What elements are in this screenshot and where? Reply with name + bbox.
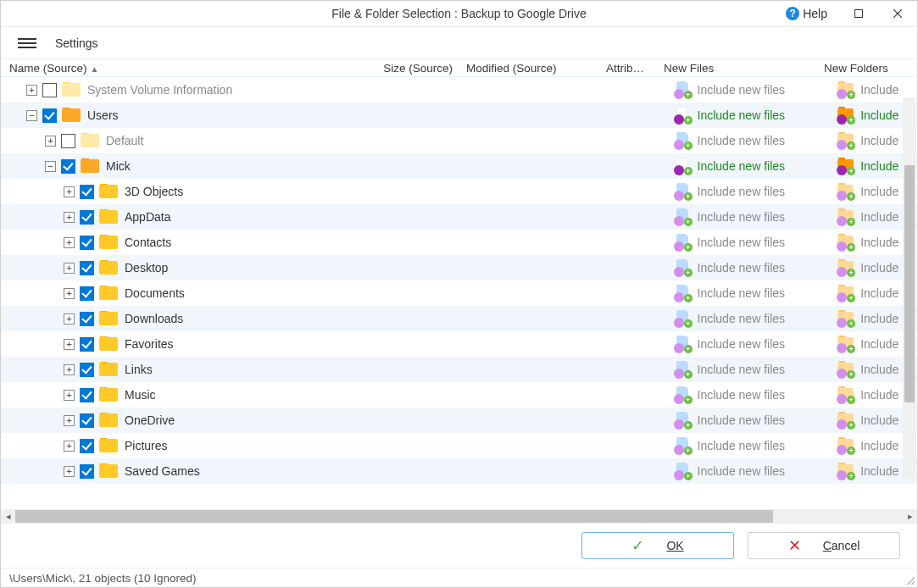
newfiles-cell[interactable]: +Include new files — [674, 284, 837, 302]
scroll-left-icon[interactable]: ◂ — [1, 509, 15, 524]
newfiles-icon: + — [674, 157, 693, 175]
tree-row[interactable]: +AppData+Include new files+Include — [1, 204, 917, 230]
columns-header: Name (Source)▲ Size (Source) Modified (S… — [1, 58, 917, 77]
checkbox[interactable] — [80, 464, 94, 479]
folder-icon — [99, 463, 118, 479]
checkbox[interactable] — [80, 286, 94, 301]
tree-row[interactable]: +Saved Games+Include new files+Include — [1, 458, 917, 484]
tree-row[interactable]: +Documents+Include new files+Include — [1, 280, 917, 306]
tree-row[interactable]: +Pictures+Include new files+Include — [1, 433, 917, 458]
tree-row[interactable]: +Default+Include new files+Include — [1, 128, 917, 153]
newfiles-cell[interactable]: +Include new files — [674, 411, 837, 430]
newfiles-text: Include new files — [698, 83, 786, 97]
newfiles-cell[interactable]: +Include new files — [674, 386, 837, 404]
column-name[interactable]: Name (Source)▲ — [1, 62, 355, 75]
newfiles-icon: + — [674, 309, 693, 328]
newfolders-text: Include — [860, 108, 899, 122]
checkbox[interactable] — [80, 210, 94, 225]
newfiles-cell[interactable]: +Include new files — [674, 208, 837, 226]
newfiles-cell[interactable]: +Include new files — [674, 233, 837, 252]
newfiles-cell[interactable]: +Include new files — [674, 309, 837, 328]
expand-icon[interactable]: + — [64, 339, 75, 350]
checkbox[interactable] — [61, 159, 75, 174]
expand-icon[interactable]: + — [64, 390, 75, 401]
column-newfiles[interactable]: New Files — [659, 62, 819, 75]
tree-row[interactable]: +Links+Include new files+Include — [1, 357, 917, 382]
tree-row[interactable]: +OneDrive+Include new files+Include — [1, 408, 917, 433]
newfiles-cell[interactable]: +Include new files — [674, 131, 837, 150]
expand-icon[interactable]: + — [64, 212, 75, 223]
row-label: Users — [87, 108, 119, 122]
maximize-button[interactable] — [839, 1, 878, 26]
newfiles-cell[interactable]: +Include new files — [674, 106, 837, 125]
newfolders-text: Include — [860, 413, 899, 427]
row-label: Favorites — [125, 337, 174, 351]
checkbox[interactable] — [80, 388, 94, 402]
expand-icon[interactable]: + — [64, 237, 75, 248]
tree-row[interactable]: +Favorites+Include new files+Include — [1, 331, 917, 357]
expand-icon[interactable]: + — [64, 288, 75, 299]
newfiles-cell[interactable]: +Include new files — [674, 258, 837, 277]
checkbox[interactable] — [80, 363, 94, 377]
checkbox[interactable] — [80, 261, 94, 275]
settings-menu[interactable]: Settings — [55, 36, 98, 50]
expand-icon[interactable]: + — [64, 415, 75, 426]
tree-row[interactable]: −Users+Include new files+Include — [1, 103, 917, 128]
close-button[interactable] — [878, 1, 917, 26]
newfiles-cell[interactable]: +Include new files — [674, 335, 837, 353]
scroll-right-icon[interactable]: ▸ — [903, 509, 917, 524]
checkbox[interactable] — [80, 439, 94, 453]
row-label: Default — [106, 134, 143, 147]
expand-icon[interactable]: + — [64, 466, 75, 477]
scrollbar-thumb[interactable] — [904, 165, 915, 402]
horizontal-scrollbar[interactable]: ◂ ▸ — [1, 509, 917, 524]
checkbox[interactable] — [80, 413, 94, 428]
newfolders-icon: + — [837, 462, 855, 480]
column-attrib[interactable]: Attrib… — [601, 62, 659, 75]
tree-view[interactable]: +System Volume Information+Include new f… — [1, 77, 917, 509]
checkbox[interactable] — [42, 108, 57, 123]
tree-row[interactable]: +3D Objects+Include new files+Include — [1, 179, 917, 204]
newfiles-cell[interactable]: +Include new files — [674, 360, 837, 379]
column-modified[interactable]: Modified (Source) — [461, 62, 601, 75]
folder-icon — [99, 209, 118, 225]
newfiles-cell[interactable]: +Include new files — [674, 436, 837, 455]
collapse-icon[interactable]: − — [45, 161, 56, 172]
hamburger-icon[interactable] — [18, 36, 36, 51]
vertical-scrollbar[interactable] — [903, 97, 916, 479]
help-button[interactable]: ? Help — [774, 7, 839, 20]
tree-row[interactable]: +Contacts+Include new files+Include — [1, 230, 917, 255]
resize-grip[interactable] — [904, 574, 915, 585]
checkbox[interactable] — [42, 83, 57, 97]
checkbox[interactable] — [80, 312, 94, 326]
expand-icon[interactable]: + — [26, 85, 37, 96]
newfolders-cell[interactable]: +Include — [837, 80, 917, 99]
expand-icon[interactable]: + — [64, 364, 75, 375]
cancel-button[interactable]: ✕ Cancel — [748, 532, 900, 559]
scrollbar-track[interactable] — [15, 510, 773, 523]
checkbox[interactable] — [80, 236, 94, 250]
tree-row[interactable]: +System Volume Information+Include new f… — [1, 77, 917, 103]
column-newfolders[interactable]: New Folders — [819, 62, 910, 75]
expand-icon[interactable]: + — [64, 313, 75, 325]
checkbox[interactable] — [80, 185, 94, 199]
column-size[interactable]: Size (Source) — [355, 62, 461, 75]
tree-row[interactable]: −Mick+Include new files+Include — [1, 153, 917, 179]
tree-row[interactable]: +Desktop+Include new files+Include — [1, 255, 917, 280]
tree-row[interactable]: +Downloads+Include new files+Include — [1, 306, 917, 331]
tree-row[interactable]: +Music+Include new files+Include — [1, 382, 917, 408]
expand-icon[interactable]: + — [45, 136, 56, 147]
checkbox[interactable] — [61, 134, 75, 148]
expand-icon[interactable]: + — [64, 186, 75, 197]
checkbox[interactable] — [80, 337, 94, 352]
collapse-icon[interactable]: − — [26, 110, 37, 121]
newfiles-cell[interactable]: +Include new files — [674, 182, 837, 201]
window-title: File & Folder Selection : Backup to Goog… — [331, 7, 586, 20]
expand-icon[interactable]: + — [64, 263, 75, 274]
newfolders-text: Include — [860, 337, 899, 351]
newfiles-cell[interactable]: +Include new files — [674, 157, 837, 175]
newfiles-cell[interactable]: +Include new files — [674, 80, 837, 99]
newfiles-cell[interactable]: +Include new files — [674, 462, 837, 480]
ok-button[interactable]: ✓ OK — [581, 532, 734, 559]
expand-icon[interactable]: + — [64, 441, 75, 452]
